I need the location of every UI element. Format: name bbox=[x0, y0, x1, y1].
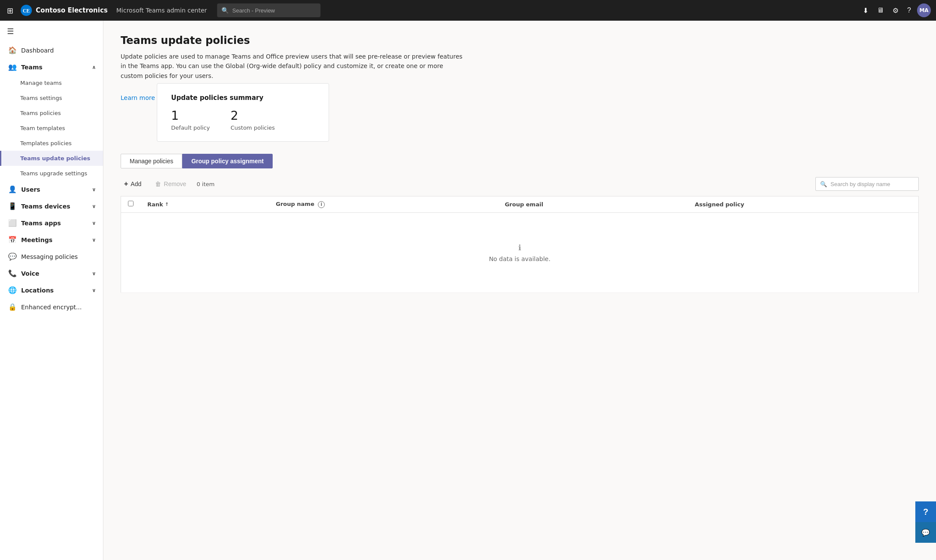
teams-icon: 👥 bbox=[8, 63, 17, 71]
float-chat-icon: 💬 bbox=[921, 529, 930, 537]
voice-icon: 📞 bbox=[8, 269, 17, 277]
stat-custom-label: Custom policies bbox=[230, 124, 275, 131]
teams-devices-chevron: ∨ bbox=[92, 203, 96, 209]
sidebar-label-templates-policies: Templates policies bbox=[20, 140, 72, 146]
empty-message: No data is available. bbox=[489, 255, 550, 262]
th-checkbox bbox=[121, 196, 141, 213]
summary-card-title: Update policies summary bbox=[171, 94, 315, 102]
learn-more-link[interactable]: Learn more bbox=[121, 94, 155, 101]
sidebar-item-locations[interactable]: 🌐 Locations ∨ bbox=[0, 282, 103, 299]
global-search-input[interactable] bbox=[232, 7, 316, 14]
th-group-email-label: Group email bbox=[505, 201, 543, 208]
page-title: Teams update policies bbox=[121, 34, 919, 47]
users-chevron: ∨ bbox=[92, 187, 96, 193]
sidebar-item-teams-settings[interactable]: Teams settings bbox=[0, 90, 103, 106]
table-search-input[interactable] bbox=[830, 181, 914, 187]
global-search[interactable]: 🔍 bbox=[217, 3, 320, 17]
main-content: Teams update policies Update policies ar… bbox=[103, 21, 936, 560]
sidebar-item-enhanced-encrypt[interactable]: 🔒 Enhanced encrypt... bbox=[0, 299, 103, 315]
add-label: Add bbox=[131, 180, 141, 187]
sidebar-item-manage-teams[interactable]: Manage teams bbox=[0, 75, 103, 90]
monitor-icon[interactable]: 🖥 bbox=[874, 4, 886, 17]
help-icon[interactable]: ? bbox=[905, 4, 914, 17]
sidebar-toggle[interactable]: ☰ bbox=[0, 21, 103, 42]
locations-icon: 🌐 bbox=[8, 286, 17, 294]
sidebar-label-manage-teams: Manage teams bbox=[20, 80, 62, 86]
logo-icon: CE bbox=[20, 4, 32, 16]
meetings-chevron: ∨ bbox=[92, 237, 96, 243]
search-icon: 🔍 bbox=[221, 7, 229, 14]
teams-apps-chevron: ∨ bbox=[92, 220, 96, 226]
users-icon: 👤 bbox=[8, 185, 17, 193]
table-header: Rank ↑ Group name i Group email Assigned… bbox=[121, 196, 919, 213]
select-all-checkbox[interactable] bbox=[128, 201, 134, 206]
float-help-icon: ? bbox=[923, 507, 928, 517]
sidebar-label-teams-upgrade-settings: Teams upgrade settings bbox=[20, 170, 87, 177]
remove-label: Remove bbox=[164, 180, 186, 187]
sidebar-label-teams-settings: Teams settings bbox=[20, 95, 62, 101]
sidebar-item-teams-update-policies[interactable]: Teams update policies bbox=[0, 151, 103, 166]
th-group-email: Group email bbox=[498, 196, 688, 213]
sidebar-label-users: Users bbox=[21, 186, 40, 193]
meetings-icon: 📅 bbox=[8, 236, 17, 244]
th-rank-label: Rank bbox=[147, 201, 163, 208]
sidebar-item-voice[interactable]: 📞 Voice ∨ bbox=[0, 265, 103, 282]
encrypt-icon: 🔒 bbox=[8, 303, 17, 311]
topnav-actions: ⬇ 🖥 ⚙ ? MA bbox=[860, 3, 931, 17]
voice-chevron: ∨ bbox=[92, 271, 96, 277]
sidebar-item-teams-policies[interactable]: Teams policies bbox=[0, 106, 103, 121]
table-body: ℹ No data is available. bbox=[121, 212, 919, 292]
tab-bar: Manage policies Group policy assignment bbox=[121, 154, 919, 168]
sidebar-item-templates-policies[interactable]: Templates policies bbox=[0, 136, 103, 151]
sidebar-label-dashboard: Dashboard bbox=[21, 47, 54, 54]
th-group-name-label: Group name bbox=[276, 201, 314, 207]
sidebar-label-messaging-policies: Messaging policies bbox=[21, 253, 78, 260]
summary-card: Update policies summary 1 Default policy… bbox=[157, 83, 329, 142]
page-description: Update policies are used to manage Teams… bbox=[121, 52, 465, 81]
add-button[interactable]: + Add bbox=[121, 177, 145, 190]
tab-manage-policies[interactable]: Manage policies bbox=[121, 154, 182, 168]
th-group-name: Group name i bbox=[269, 196, 498, 213]
settings-icon[interactable]: ⚙ bbox=[890, 4, 901, 17]
locations-chevron: ∨ bbox=[92, 287, 96, 293]
sidebar-item-teams-devices[interactable]: 📱 Teams devices ∨ bbox=[0, 198, 103, 215]
sidebar-label-teams-apps: Teams apps bbox=[21, 220, 61, 227]
stat-default-number: 1 bbox=[171, 109, 210, 123]
teams-chevron: ∧ bbox=[92, 64, 96, 70]
item-count: 0 item bbox=[196, 181, 215, 187]
table-toolbar: + Add 🗑 Remove 0 item 🔍 bbox=[121, 177, 919, 191]
summary-stats: 1 Default policy 2 Custom policies bbox=[171, 109, 315, 131]
th-rank: Rank ↑ bbox=[140, 196, 269, 213]
th-assigned-policy: Assigned policy bbox=[688, 196, 918, 213]
teams-apps-icon: ⬜ bbox=[8, 219, 17, 227]
rank-sort-icon[interactable]: ↑ bbox=[165, 202, 169, 207]
sidebar-item-meetings[interactable]: 📅 Meetings ∨ bbox=[0, 231, 103, 248]
avatar[interactable]: MA bbox=[917, 3, 931, 17]
sidebar-item-team-templates[interactable]: Team templates bbox=[0, 121, 103, 136]
sidebar-item-teams-upgrade-settings[interactable]: Teams upgrade settings bbox=[0, 166, 103, 181]
sidebar-item-users[interactable]: 👤 Users ∨ bbox=[0, 181, 103, 198]
download-icon[interactable]: ⬇ bbox=[860, 4, 871, 17]
empty-icon: ℹ bbox=[518, 243, 521, 252]
sidebar-item-dashboard[interactable]: 🏠 Dashboard bbox=[0, 42, 103, 59]
grid-icon[interactable]: ⊞ bbox=[5, 4, 15, 17]
add-icon: + bbox=[124, 180, 128, 188]
messaging-icon: 💬 bbox=[8, 252, 17, 261]
topnav: ⊞ CE Contoso Electronics Microsoft Teams… bbox=[0, 0, 936, 21]
sidebar: ☰ 🏠 Dashboard 👥 Teams ∧ Manage teams Tea… bbox=[0, 21, 103, 560]
float-help-button[interactable]: ? bbox=[915, 501, 936, 522]
sidebar-item-messaging-policies[interactable]: 💬 Messaging policies bbox=[0, 248, 103, 265]
sidebar-item-teams[interactable]: 👥 Teams ∧ bbox=[0, 59, 103, 75]
sidebar-item-teams-apps[interactable]: ⬜ Teams apps ∨ bbox=[0, 215, 103, 231]
group-name-info-icon[interactable]: i bbox=[318, 201, 325, 208]
logo-text: Contoso Electronics bbox=[36, 6, 108, 14]
table-search-icon: 🔍 bbox=[820, 181, 827, 187]
table-search[interactable]: 🔍 bbox=[815, 177, 919, 191]
tab-group-policy[interactable]: Group policy assignment bbox=[182, 154, 273, 168]
stat-default-label: Default policy bbox=[171, 124, 210, 131]
sidebar-label-teams-update-policies: Teams update policies bbox=[20, 155, 90, 162]
remove-button[interactable]: 🗑 Remove bbox=[152, 178, 190, 190]
float-chat-button[interactable]: 💬 bbox=[915, 522, 936, 543]
sidebar-label-meetings: Meetings bbox=[21, 236, 53, 243]
data-table: Rank ↑ Group name i Group email Assigned… bbox=[121, 196, 919, 293]
